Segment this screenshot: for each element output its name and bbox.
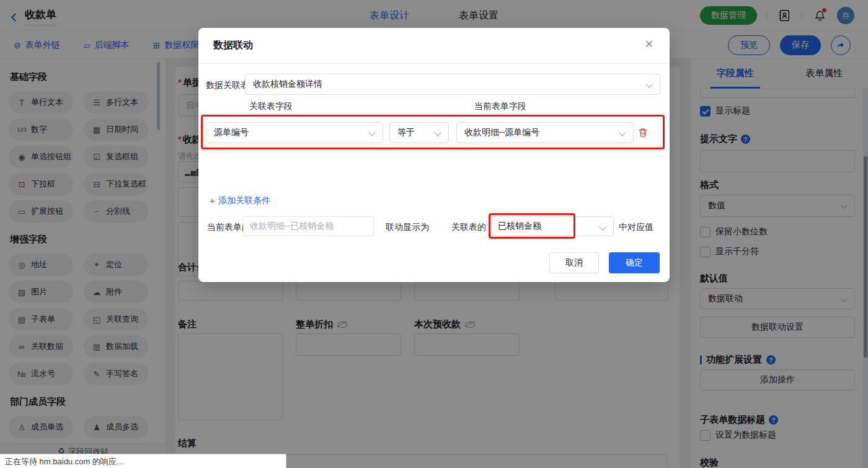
chevron-down-icon bbox=[368, 129, 375, 136]
current-form-field-input[interactable]: 收款明细--已核销金额 bbox=[243, 216, 374, 236]
data-linkage-modal: 数据联动 ✕ 数据关联表 收款核销金额详情 关联表字段 当前表单字段 源单编号 … bbox=[198, 28, 670, 282]
related-table-label: 关联表的 bbox=[451, 222, 486, 233]
add-condition-link[interactable]: + 添加关联条件 bbox=[210, 195, 270, 206]
delete-condition-trash-icon[interactable] bbox=[637, 126, 649, 140]
condition-right-select[interactable]: 收款明细--源单编号 bbox=[456, 122, 634, 143]
app-root: 收款单 表单设计 表单设置 数据管理 bbox=[0, 0, 868, 468]
condition-left-select[interactable]: 源单编号 bbox=[206, 122, 383, 143]
condition-operator-select[interactable]: 等于 bbox=[389, 122, 449, 143]
divider bbox=[198, 63, 670, 64]
chevron-down-icon bbox=[619, 129, 626, 136]
display-as-label: 联动显示为 bbox=[386, 222, 429, 233]
browser-status-bubble: 正在等待 hm.baidu.com 的响应... bbox=[0, 454, 286, 468]
chevron-down-icon bbox=[599, 223, 606, 230]
close-icon[interactable]: ✕ bbox=[645, 38, 653, 51]
related-field-select[interactable]: 已核销金额 bbox=[490, 216, 614, 236]
col-right-header: 当前表单字段 bbox=[474, 101, 526, 112]
cancel-button[interactable]: 取消 bbox=[549, 252, 599, 273]
chevron-down-icon bbox=[645, 81, 652, 87]
chevron-down-icon bbox=[434, 129, 441, 136]
col-left-header: 关联表字段 bbox=[249, 101, 293, 112]
suffix-label: 中对应值 bbox=[619, 222, 653, 233]
modal-title: 数据联动 bbox=[213, 39, 253, 52]
relation-table-label: 数据关联表 bbox=[206, 80, 249, 91]
plus-icon: + bbox=[210, 196, 215, 206]
confirm-button[interactable]: 确定 bbox=[609, 252, 660, 273]
relation-table-select[interactable]: 收款核销金额详情 bbox=[245, 74, 660, 95]
